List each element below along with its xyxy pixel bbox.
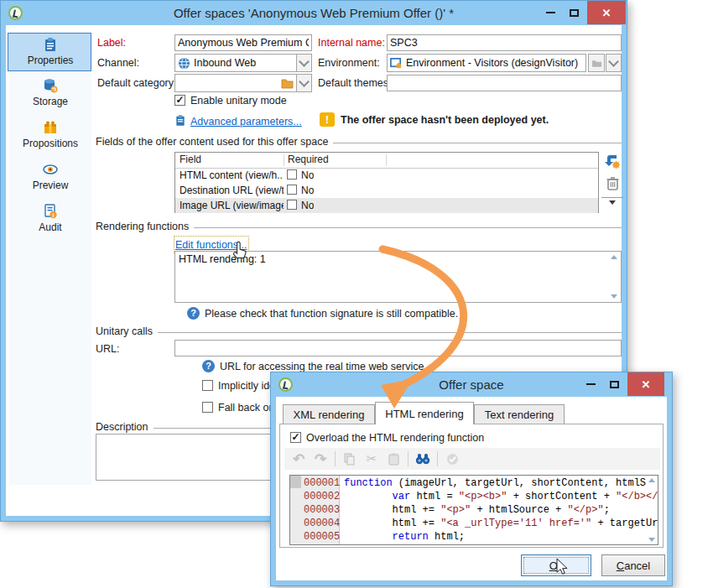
environment-field[interactable]: Environment - Visitors (designVisitor) <box>387 54 586 72</box>
rendering-summary-text: HTML rendering: 1 <box>175 252 621 267</box>
dialog-maximize-button[interactable] <box>603 372 625 396</box>
environment-folder-button[interactable] <box>588 54 605 72</box>
scroll-down-arrow[interactable] <box>611 294 617 299</box>
divider <box>158 332 622 333</box>
edit-functions-link[interactable]: Edit functions... <box>175 239 247 251</box>
cut-icon[interactable]: ✂ <box>364 451 379 466</box>
dialog-minimize-button[interactable] <box>580 372 601 396</box>
sidebar-item-label: Propositions <box>23 138 78 149</box>
overload-label: Overload the HTML rendering function <box>306 432 484 444</box>
paste-icon[interactable] <box>386 451 401 466</box>
required-checkbox[interactable] <box>287 200 297 210</box>
code-text: html += "<p>" + htmlSource + "</p>"; <box>344 503 610 517</box>
url-input[interactable] <box>174 340 622 356</box>
add-field-icon[interactable] <box>605 154 621 169</box>
enable-unitary-label: Enable unitary mode <box>190 95 287 107</box>
code-line: 000005 return html; <box>290 530 648 544</box>
overload-checkbox[interactable]: ✓ <box>290 432 301 443</box>
tab-xml-rendering[interactable]: XML rendering <box>283 404 375 424</box>
code-toolbar: ↶ ↷ ✂ <box>284 448 660 470</box>
sidebar-item-properties[interactable]: Properties <box>9 37 91 66</box>
sidebar-item-audit[interactable]: i Audit <box>9 204 91 233</box>
table-row[interactable]: HTML content (view/h... No <box>175 168 598 183</box>
validate-icon[interactable] <box>445 451 460 466</box>
svg-text:i: i <box>53 212 55 218</box>
folder-icon <box>591 59 602 68</box>
code-editor[interactable]: 000001function (imageUrl, targetUrl, sho… <box>289 475 658 545</box>
channel-select[interactable]: Inbound Web <box>174 54 297 72</box>
default-themes-input[interactable] <box>387 75 622 91</box>
advanced-parameters-link[interactable]: Advanced parameters... <box>190 116 302 127</box>
line-number: 000003 <box>304 503 340 517</box>
sidebar-item-label: Audit <box>39 221 61 233</box>
column-header-required[interactable]: Required <box>288 154 329 165</box>
code-text: return html; <box>344 530 465 544</box>
eye-icon <box>43 162 58 177</box>
scroll-down-arrow[interactable] <box>648 538 655 542</box>
redo-icon[interactable]: ↷ <box>313 451 328 466</box>
clipboard-icon <box>174 114 186 127</box>
rendering-section-title: Rendering functions <box>96 221 189 232</box>
line-number: 000004 <box>304 517 340 530</box>
code-text: function (imageUrl, targetUrl, shortCont… <box>344 476 646 490</box>
offer-fields-table[interactable]: Field Required HTML content (view/h... N… <box>174 152 599 213</box>
internal-name-input[interactable] <box>387 34 622 51</box>
divider <box>333 143 622 143</box>
main-titlebar[interactable]: Offer spaces 'Anonymous Web Premium Offe… <box>1 1 627 25</box>
close-button[interactable]: ✕ <box>587 1 626 24</box>
dialog-close-button[interactable]: ✕ <box>627 372 664 396</box>
code-text: html += "<a _urlType='11' href='" + targ… <box>344 517 658 530</box>
delete-icon[interactable] <box>606 175 620 191</box>
code-line: 000003 html += "<p>" + htmlSource + "</p… <box>290 503 648 517</box>
scroll-up-arrow[interactable] <box>611 255 617 259</box>
maximize-icon <box>570 9 579 17</box>
dialog-content: XML rendering HTML rendering Text render… <box>276 397 667 580</box>
more-actions-caret[interactable] <box>609 200 616 205</box>
table-row[interactable]: Destination URL (view/t... No <box>175 183 598 198</box>
default-category-dropdown-button[interactable] <box>296 74 312 92</box>
required-checkbox[interactable] <box>287 185 297 195</box>
undo-icon[interactable]: ↶ <box>291 451 306 466</box>
focus-ring <box>523 557 589 574</box>
sidebar-item-storage[interactable]: Storage <box>9 78 91 107</box>
table-header-row: Field Required <box>175 153 598 169</box>
help-icon: ? <box>202 360 215 372</box>
scroll-up-arrow[interactable] <box>648 478 655 482</box>
field-cell: Destination URL (view/t... <box>180 185 284 196</box>
find-icon[interactable] <box>415 451 430 466</box>
required-cell: No <box>301 200 314 211</box>
tab-text-rendering[interactable]: Text rendering <box>474 404 565 424</box>
rendering-section-header: Rendering functions <box>96 221 622 232</box>
sidebar-item-label: Preview <box>33 180 69 191</box>
minimize-button[interactable] <box>539 1 561 24</box>
channel-dropdown-button[interactable] <box>296 54 312 72</box>
code-line: 000004 html += "<a _urlType='11' href='"… <box>290 517 648 530</box>
cancel-button[interactable]: Cancel <box>601 554 665 576</box>
label-input[interactable] <box>174 34 312 51</box>
table-row-selected[interactable]: Image URL (view/image... No <box>175 198 598 213</box>
column-header-field[interactable]: Field <box>180 154 201 165</box>
required-cell: No <box>301 185 314 196</box>
default-category-input[interactable] <box>174 74 297 92</box>
tab-html-rendering[interactable]: HTML rendering <box>375 402 474 424</box>
code-line: 000002 var html = "<p><b>" + shortConten… <box>290 490 648 503</box>
required-checkbox[interactable] <box>287 169 297 180</box>
clipboard-icon <box>43 37 58 52</box>
sidebar-item-label: Storage <box>33 96 68 107</box>
chevron-down-icon <box>299 56 310 67</box>
fallback-checkbox[interactable] <box>202 402 213 413</box>
field-cell: HTML content (view/h... <box>180 169 284 181</box>
divider <box>194 227 622 228</box>
enable-unitary-checkbox[interactable]: ✓ <box>174 95 185 106</box>
offer-space-dialog: Offer space ✕ XML rendering HTML renderi… <box>270 372 673 586</box>
maximize-button[interactable] <box>563 1 585 24</box>
sidebar-item-preview[interactable]: Preview <box>9 162 91 191</box>
sidebar-item-propositions[interactable]: Propositions <box>9 120 91 149</box>
environment-dropdown-button[interactable] <box>606 54 622 72</box>
rendering-note: Please check that function signature is … <box>205 308 458 320</box>
implicit-identify-checkbox[interactable] <box>202 380 213 391</box>
copy-icon[interactable] <box>342 451 357 466</box>
rendering-summary-textarea[interactable]: HTML rendering: 1 <box>174 251 622 303</box>
divider <box>386 154 387 166</box>
ok-button[interactable]: Ok <box>521 554 591 576</box>
